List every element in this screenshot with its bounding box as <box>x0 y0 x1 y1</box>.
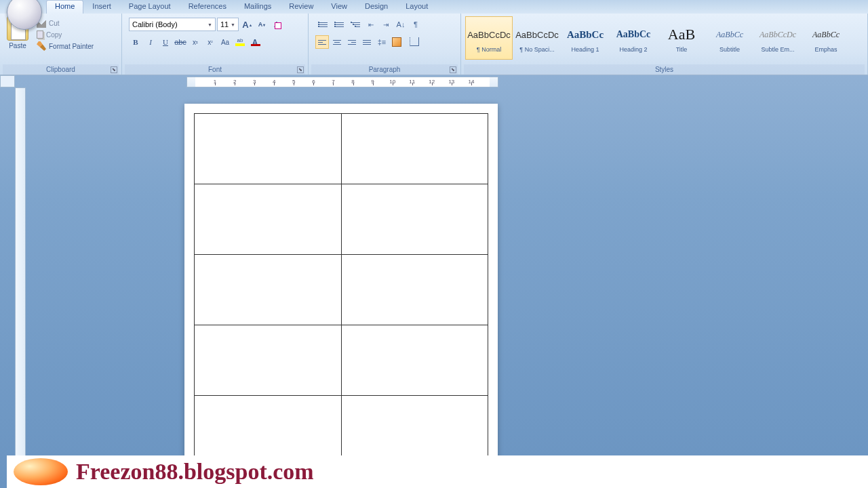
style-label: Heading 2 <box>612 46 655 53</box>
show-marks-button[interactable]: ¶ <box>409 18 422 31</box>
format-painter-label: Format Painter <box>49 43 94 50</box>
document-page[interactable] <box>184 104 498 488</box>
align-center-button[interactable] <box>330 35 344 49</box>
table-cell[interactable] <box>341 184 488 255</box>
justify-button[interactable] <box>360 35 374 49</box>
style-preview: AaBbCc <box>716 23 743 46</box>
subscript-button[interactable]: x <box>189 35 202 49</box>
style-preview: AaBbCcDc <box>760 23 796 46</box>
font-size-dropdown[interactable]: 11 ▼ <box>217 18 239 31</box>
increase-indent-button[interactable]: ⇥ <box>379 18 393 31</box>
tab-layout[interactable]: Layout <box>397 0 437 14</box>
paragraph-dialog-launcher[interactable]: ⬊ <box>450 66 456 73</box>
tab-view[interactable]: View <box>322 0 356 14</box>
tab-mailings[interactable]: Mailings <box>235 0 280 14</box>
clear-formatting-button[interactable] <box>270 18 283 31</box>
paragraph-group-label: Paragraph ⬊ <box>311 64 458 75</box>
style-label: ¶ No Spaci... <box>515 46 559 53</box>
group-font: Calibri (Body) ▼ 11 ▼ A A B I U abc <box>122 14 309 75</box>
shading-button[interactable] <box>390 35 406 49</box>
workspace: 1234567891011121314 <box>0 75 868 456</box>
table-cell[interactable] <box>195 184 342 255</box>
tab-references[interactable]: References <box>180 0 235 14</box>
sort-button[interactable]: A↓ <box>394 18 408 31</box>
copy-label: Copy <box>46 31 62 39</box>
style-item-3[interactable]: AaBbCcHeading 2 <box>610 16 657 60</box>
font-size-value: 11 <box>220 20 229 28</box>
table-cell[interactable] <box>195 325 342 396</box>
table-cell[interactable] <box>195 255 342 325</box>
style-preview: AaBbCc <box>812 23 840 46</box>
tab-home[interactable]: Home <box>46 0 83 14</box>
highlight-button[interactable] <box>233 35 247 49</box>
styles-group-label: Styles <box>464 64 865 75</box>
grow-font-button[interactable]: A <box>240 18 254 31</box>
clipboard-group-label: Clipboard ⬊ <box>3 64 119 75</box>
copy-button[interactable]: Copy <box>34 30 96 39</box>
group-paragraph: ⇤ ⇥ A↓ ¶ ‡≡ Paragraph ⬊ <box>309 14 461 75</box>
cut-button[interactable]: Cut <box>34 18 96 28</box>
align-left-button[interactable] <box>315 35 329 49</box>
table-row[interactable] <box>195 184 488 255</box>
superscript-button[interactable]: x <box>203 35 217 49</box>
italic-button[interactable]: I <box>144 35 157 49</box>
numbering-button[interactable] <box>332 18 347 31</box>
group-styles: AaBbCcDc¶ NormalAaBbCcDc¶ No Spaci...AaB… <box>461 14 868 75</box>
ribbon-body: Paste Cut Copy Format Painter <box>0 14 868 75</box>
tab-review[interactable]: Review <box>280 0 322 14</box>
table-row[interactable] <box>195 114 488 184</box>
strikethrough-button[interactable]: abc <box>174 35 187 49</box>
style-item-2[interactable]: AaBbCcHeading 1 <box>561 16 609 60</box>
brush-icon <box>37 41 46 51</box>
table-cell[interactable] <box>341 114 488 184</box>
style-item-1[interactable]: AaBbCcDc¶ No Spaci... <box>513 16 561 60</box>
style-preview: AaBbCc <box>567 23 604 46</box>
borders-button[interactable] <box>408 35 424 49</box>
style-preview: AaB <box>668 23 695 46</box>
font-name-value: Calibri (Body) <box>132 20 178 28</box>
cut-label: Cut <box>49 20 60 27</box>
align-right-button[interactable] <box>345 35 359 49</box>
underline-button[interactable]: U <box>159 35 172 49</box>
table-row[interactable] <box>195 325 488 396</box>
horizontal-ruler[interactable]: 1234567891011121314 <box>186 77 498 87</box>
format-painter-button[interactable]: Format Painter <box>34 41 96 52</box>
multilevel-list-button[interactable] <box>348 18 363 31</box>
tab-design[interactable]: Design <box>356 0 397 14</box>
ruler-corner[interactable] <box>0 75 15 87</box>
style-item-7[interactable]: AaBbCcEmphas <box>802 16 850 60</box>
clipboard-dialog-launcher[interactable]: ⬊ <box>111 66 117 73</box>
font-name-dropdown[interactable]: Calibri (Body) ▼ <box>129 18 216 31</box>
decrease-indent-button[interactable]: ⇤ <box>364 18 378 31</box>
table-row[interactable] <box>195 255 488 325</box>
style-label: Title <box>660 46 703 53</box>
style-item-6[interactable]: AaBbCcDcSubtle Em... <box>754 16 802 60</box>
bullets-button[interactable] <box>315 18 330 31</box>
copy-icon <box>37 30 43 39</box>
style-item-5[interactable]: AaBbCcSubtitle <box>706 16 753 60</box>
style-label: Subtitle <box>708 46 751 53</box>
table-cell[interactable] <box>341 255 488 325</box>
style-label: Subtle Em... <box>756 46 800 53</box>
style-preview: AaBbCc <box>616 23 651 46</box>
font-dialog-launcher[interactable]: ⬊ <box>297 66 304 73</box>
style-preview: AaBbCcDc <box>467 23 511 46</box>
tab-page-layout[interactable]: Page Layout <box>120 0 180 14</box>
table-cell[interactable] <box>341 325 488 396</box>
font-group-label: Font ⬊ <box>125 64 305 75</box>
change-case-button[interactable] <box>218 35 232 49</box>
table-cell[interactable] <box>195 114 342 184</box>
document-table[interactable] <box>194 113 488 466</box>
line-spacing-button[interactable]: ‡≡ <box>375 35 389 49</box>
vertical-ruler[interactable] <box>15 87 26 468</box>
paste-label: Paste <box>9 42 26 49</box>
style-preview: AaBbCcDc <box>515 23 559 46</box>
style-label: Heading 1 <box>564 46 607 53</box>
style-item-0[interactable]: AaBbCcDc¶ Normal <box>465 16 513 60</box>
font-color-button[interactable] <box>248 35 262 49</box>
style-item-4[interactable]: AaBTitle <box>658 16 705 60</box>
tab-insert[interactable]: Insert <box>83 0 120 14</box>
shrink-font-button[interactable]: A <box>255 18 269 31</box>
ribbon: Home Insert Page Layout References Maili… <box>0 0 868 75</box>
bold-button[interactable]: B <box>129 35 142 49</box>
